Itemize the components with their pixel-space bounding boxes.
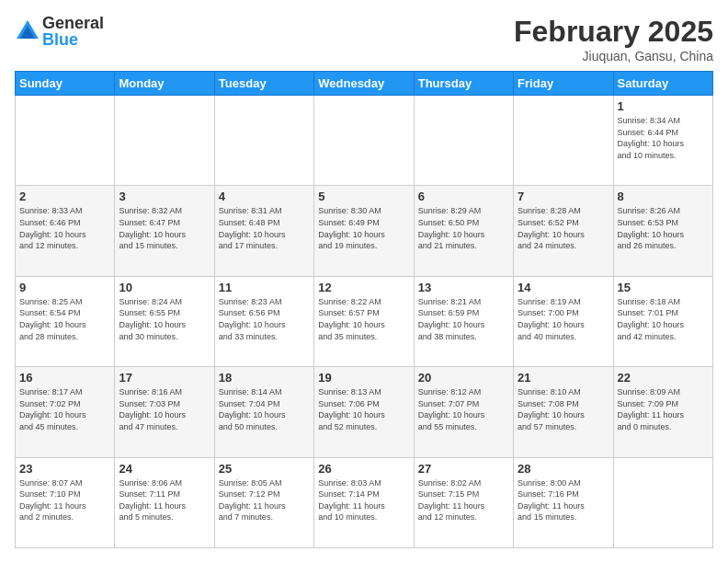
calendar-cell <box>514 96 613 186</box>
day-info: Sunrise: 8:33 AM Sunset: 6:46 PM Dayligh… <box>19 205 110 251</box>
calendar-cell: 28Sunrise: 8:00 AM Sunset: 7:16 PM Dayli… <box>514 457 613 547</box>
calendar-table: SundayMondayTuesdayWednesdayThursdayFrid… <box>15 71 713 548</box>
day-info: Sunrise: 8:10 AM Sunset: 7:08 PM Dayligh… <box>518 386 609 432</box>
calendar-cell <box>414 96 513 186</box>
day-info: Sunrise: 8:31 AM Sunset: 6:48 PM Dayligh… <box>219 205 310 251</box>
day-info: Sunrise: 8:26 AM Sunset: 6:53 PM Dayligh… <box>618 205 709 251</box>
day-header-friday: Friday <box>514 72 613 96</box>
week-row-1: 1Sunrise: 8:34 AM Sunset: 6:44 PM Daylig… <box>16 96 713 186</box>
calendar-cell: 3Sunrise: 8:32 AM Sunset: 6:47 PM Daylig… <box>115 186 214 276</box>
calendar-cell: 17Sunrise: 8:16 AM Sunset: 7:03 PM Dayli… <box>115 367 214 457</box>
calendar-cell: 10Sunrise: 8:24 AM Sunset: 6:55 PM Dayli… <box>115 276 214 366</box>
day-info: Sunrise: 8:22 AM Sunset: 6:57 PM Dayligh… <box>318 296 409 342</box>
day-number: 10 <box>119 281 210 294</box>
day-info: Sunrise: 8:05 AM Sunset: 7:12 PM Dayligh… <box>219 477 310 523</box>
day-header-thursday: Thursday <box>414 72 513 96</box>
day-number: 18 <box>219 371 310 385</box>
day-info: Sunrise: 8:00 AM Sunset: 7:16 PM Dayligh… <box>518 477 609 523</box>
day-header-tuesday: Tuesday <box>214 72 313 96</box>
calendar-cell: 8Sunrise: 8:26 AM Sunset: 6:53 PM Daylig… <box>613 186 712 276</box>
calendar-cell <box>613 457 712 547</box>
calendar-cell: 14Sunrise: 8:19 AM Sunset: 7:00 PM Dayli… <box>514 276 613 366</box>
logo-text: General Blue <box>42 15 104 48</box>
day-number: 14 <box>518 281 609 294</box>
day-header-monday: Monday <box>115 72 214 96</box>
day-info: Sunrise: 8:12 AM Sunset: 7:07 PM Dayligh… <box>418 386 509 432</box>
calendar-cell: 22Sunrise: 8:09 AM Sunset: 7:09 PM Dayli… <box>613 367 712 457</box>
day-number: 4 <box>219 190 310 203</box>
logo-blue-text: Blue <box>42 31 104 48</box>
day-info: Sunrise: 8:32 AM Sunset: 6:47 PM Dayligh… <box>119 205 210 251</box>
day-info: Sunrise: 8:14 AM Sunset: 7:04 PM Dayligh… <box>219 386 310 432</box>
day-number: 16 <box>19 371 110 385</box>
day-number: 11 <box>219 281 310 294</box>
calendar-cell: 9Sunrise: 8:25 AM Sunset: 6:54 PM Daylig… <box>16 276 115 366</box>
day-info: Sunrise: 8:23 AM Sunset: 6:56 PM Dayligh… <box>219 296 310 342</box>
week-row-5: 23Sunrise: 8:07 AM Sunset: 7:10 PM Dayli… <box>16 457 713 547</box>
calendar-cell: 12Sunrise: 8:22 AM Sunset: 6:57 PM Dayli… <box>314 276 414 366</box>
day-number: 22 <box>618 371 709 385</box>
week-row-2: 2Sunrise: 8:33 AM Sunset: 6:46 PM Daylig… <box>16 186 713 276</box>
day-number: 7 <box>518 190 609 203</box>
calendar-cell: 21Sunrise: 8:10 AM Sunset: 7:08 PM Dayli… <box>514 367 613 457</box>
title-section: February 2025 Jiuquan, Gansu, China <box>514 15 713 63</box>
calendar-cell: 25Sunrise: 8:05 AM Sunset: 7:12 PM Dayli… <box>214 457 313 547</box>
day-info: Sunrise: 8:03 AM Sunset: 7:14 PM Dayligh… <box>318 477 409 523</box>
day-info: Sunrise: 8:19 AM Sunset: 7:00 PM Dayligh… <box>518 296 609 342</box>
day-number: 6 <box>418 190 509 203</box>
logo-general-text: General <box>42 15 104 31</box>
day-info: Sunrise: 8:17 AM Sunset: 7:02 PM Dayligh… <box>19 386 110 432</box>
day-info: Sunrise: 8:09 AM Sunset: 7:09 PM Dayligh… <box>618 386 709 432</box>
day-info: Sunrise: 8:24 AM Sunset: 6:55 PM Dayligh… <box>119 296 210 342</box>
calendar-cell <box>214 96 313 186</box>
day-info: Sunrise: 8:13 AM Sunset: 7:06 PM Dayligh… <box>318 386 409 432</box>
day-info: Sunrise: 8:07 AM Sunset: 7:10 PM Dayligh… <box>19 477 110 523</box>
day-info: Sunrise: 8:06 AM Sunset: 7:11 PM Dayligh… <box>119 477 210 523</box>
day-info: Sunrise: 8:30 AM Sunset: 6:49 PM Dayligh… <box>318 205 409 251</box>
day-number: 8 <box>618 190 709 203</box>
week-row-3: 9Sunrise: 8:25 AM Sunset: 6:54 PM Daylig… <box>16 276 713 366</box>
calendar-cell: 18Sunrise: 8:14 AM Sunset: 7:04 PM Dayli… <box>214 367 313 457</box>
day-number: 21 <box>518 371 609 385</box>
header: General Blue February 2025 Jiuquan, Gans… <box>15 15 713 63</box>
calendar-cell <box>314 96 414 186</box>
calendar-cell: 26Sunrise: 8:03 AM Sunset: 7:14 PM Dayli… <box>314 457 414 547</box>
day-number: 9 <box>19 281 110 294</box>
calendar-cell: 5Sunrise: 8:30 AM Sunset: 6:49 PM Daylig… <box>314 186 414 276</box>
logo: General Blue <box>15 15 104 48</box>
day-number: 15 <box>618 281 709 294</box>
day-number: 28 <box>518 462 609 476</box>
page: General Blue February 2025 Jiuquan, Gans… <box>0 0 728 563</box>
calendar-cell <box>16 96 115 186</box>
day-header-saturday: Saturday <box>613 72 712 96</box>
calendar-cell: 16Sunrise: 8:17 AM Sunset: 7:02 PM Dayli… <box>16 367 115 457</box>
day-info: Sunrise: 8:25 AM Sunset: 6:54 PM Dayligh… <box>19 296 110 342</box>
day-info: Sunrise: 8:16 AM Sunset: 7:03 PM Dayligh… <box>119 386 210 432</box>
calendar-cell: 13Sunrise: 8:21 AM Sunset: 6:59 PM Dayli… <box>414 276 513 366</box>
day-number: 3 <box>119 190 210 203</box>
day-number: 2 <box>19 190 110 203</box>
day-number: 5 <box>318 190 409 203</box>
calendar-cell: 27Sunrise: 8:02 AM Sunset: 7:15 PM Dayli… <box>414 457 513 547</box>
logo-icon <box>15 18 40 44</box>
day-info: Sunrise: 8:02 AM Sunset: 7:15 PM Dayligh… <box>418 477 509 523</box>
month-title: February 2025 <box>514 15 713 49</box>
calendar-cell: 4Sunrise: 8:31 AM Sunset: 6:48 PM Daylig… <box>214 186 313 276</box>
calendar-cell: 20Sunrise: 8:12 AM Sunset: 7:07 PM Dayli… <box>414 367 513 457</box>
calendar-cell: 2Sunrise: 8:33 AM Sunset: 6:46 PM Daylig… <box>16 186 115 276</box>
day-number: 20 <box>418 371 509 385</box>
day-info: Sunrise: 8:18 AM Sunset: 7:01 PM Dayligh… <box>618 296 709 342</box>
day-number: 17 <box>119 371 210 385</box>
day-info: Sunrise: 8:21 AM Sunset: 6:59 PM Dayligh… <box>418 296 509 342</box>
day-number: 24 <box>119 462 210 476</box>
day-number: 13 <box>418 281 509 294</box>
day-info: Sunrise: 8:29 AM Sunset: 6:50 PM Dayligh… <box>418 205 509 251</box>
calendar-cell: 6Sunrise: 8:29 AM Sunset: 6:50 PM Daylig… <box>414 186 513 276</box>
calendar-cell: 23Sunrise: 8:07 AM Sunset: 7:10 PM Dayli… <box>16 457 115 547</box>
day-number: 23 <box>19 462 110 476</box>
day-number: 12 <box>318 281 409 294</box>
calendar-cell: 24Sunrise: 8:06 AM Sunset: 7:11 PM Dayli… <box>115 457 214 547</box>
day-header-sunday: Sunday <box>16 72 115 96</box>
calendar-cell: 7Sunrise: 8:28 AM Sunset: 6:52 PM Daylig… <box>514 186 613 276</box>
calendar-cell: 1Sunrise: 8:34 AM Sunset: 6:44 PM Daylig… <box>613 96 712 186</box>
